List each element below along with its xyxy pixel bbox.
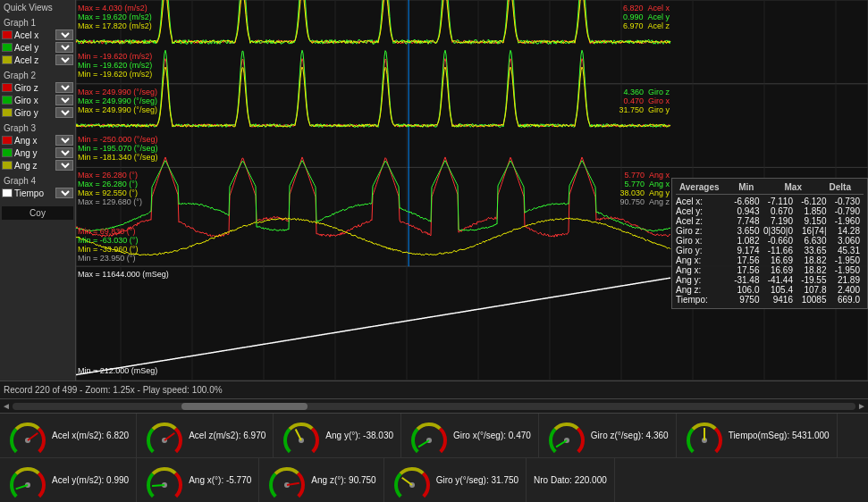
coy-label: Coy [2,206,73,220]
stats-row-max: 33.65 [796,246,830,255]
giro-z-label: Giro z [14,83,54,93]
stats-row-min: 16.69 [763,255,797,265]
gauge-row1: Acel x(m/s2): 6.820 Acel z(m/s2): 6.970 … [0,414,868,458]
scroll-right-icon[interactable]: ► [857,401,866,411]
stats-row-max: 1.850 [796,206,830,216]
chart-area[interactable]: Averages Min Max Delta Acel x: -6.680 -7… [76,0,868,381]
tiempo-row: Tiempo ▼ [2,187,73,199]
stats-row-label: Ang z: [676,285,729,295]
graph4-section: Graph 4 Tiempo ▼ [2,175,73,199]
scroll-track[interactable] [13,403,855,410]
gauge-area: Acel x(m/s2): 6.820 Acel z(m/s2): 6.970 … [0,413,868,502]
stats-row-min: -41.44 [763,275,797,285]
stats-row-label: Giro y: [676,246,729,255]
svg-line-19 [401,477,411,484]
graph3-label: Graph 3 [2,122,73,134]
ang-y-label: Ang y [14,148,54,158]
stats-row-max: -6.120 [796,197,830,206]
stats-row-max: 107.8 [796,285,830,295]
giro-x-color [2,96,13,105]
ang-y-color [2,148,13,157]
gauge-label-row2-4: Nro Dato: 220.000 [534,475,607,485]
stats-data-row: Acel x: -6.680 -7.110 -6.120 -0.730 [676,197,864,206]
giro-y-row: Giro y ▼ [2,106,73,119]
stats-row-label: Giro z: [676,226,729,236]
stats-data-row: Ang x: 17.56 16.69 18.82 -1.950 [676,255,864,265]
tiempo-dropdown[interactable]: ▼ [55,188,73,198]
stats-row-min: 0|350|0 [763,226,797,236]
stats-row-min: 7.190 [763,216,797,226]
stats-row-avg: 1.082 [729,236,763,246]
stats-row-avg: 17.56 [729,255,763,265]
ang-x-row: Ang x ▼ [2,134,73,146]
sidebar: Quick Views Graph 1 Acel x ▼ Acel y ▼ Ac… [0,0,76,381]
svg-line-5 [296,429,301,439]
stats-row-delta: 669.0 [830,295,864,305]
giro-y-color [2,108,13,117]
stats-row-delta: -1.950 [830,255,864,265]
gauge-item-row1-0: Acel x(m/s2): 6.820 [0,414,137,457]
stats-row-delta: 45.31 [830,246,864,255]
ang-z-dropdown[interactable]: ▼ [55,160,73,171]
gauge-svg-row2-2 [266,460,308,501]
stats-col-delta: Delta [817,182,864,195]
scroll-left-icon[interactable]: ◄ [2,401,11,411]
stats-data-row: Ang y: -31.48 -41.44 -19.55 21.89 [676,275,864,285]
stats-row-avg: 7.748 [729,216,763,226]
gauge-item-row2-1: Ang x(°): -5.770 [137,458,259,502]
stats-row-min: 105.4 [763,285,797,295]
tiempo-color [2,188,13,197]
gauge-item-row1-1: Acel z(m/s2): 6.970 [137,414,274,457]
giro-x-dropdown[interactable]: ▼ [55,95,73,105]
gauge-label-row1-0: Acel x(m/s2): 6.820 [52,431,129,440]
stats-row-label: Ang x: [676,265,729,275]
gauge-item-row1-3: Giro x(°/seg): 0.470 [401,414,539,457]
giro-x-row: Giro x ▼ [2,94,73,106]
stats-row-avg: -31.48 [729,275,763,285]
stats-row-max: 10085 [796,295,830,305]
stats-row-delta: 3.060 [830,236,864,246]
acel-z-dropdown[interactable]: ▼ [55,54,73,65]
acel-x-dropdown[interactable]: ▼ [55,29,73,40]
acel-z-row: Acel z ▼ [2,54,73,66]
stats-header: Averages Min Max Delta [676,182,864,197]
acel-y-label: Acel y [14,43,54,53]
giro-y-dropdown[interactable]: ▼ [55,107,73,118]
gauge-item-row1-5: Tiempo(mSeg): 5431.000 [677,414,838,457]
gauge-label-row2-1: Ang x(°): -5.770 [189,475,251,485]
gauge-svg-row1-0 [7,415,48,456]
acel-y-dropdown[interactable]: ▼ [55,42,73,53]
stats-data-row: Acel z: 7.748 7.190 9.150 -1.960 [676,216,864,226]
ang-x-dropdown[interactable]: ▼ [55,135,73,146]
stats-row-delta: -0.790 [830,206,864,216]
scroll-thumb[interactable] [181,403,308,410]
gauge-item-row1-2: Ang y(°): -38.030 [274,414,401,457]
stats-row-delta: -0.730 [830,197,864,206]
scroll-area[interactable]: ◄ ► [0,398,868,413]
gauge-item-row2-2: Ang z(°): 90.750 [259,458,383,502]
giro-z-dropdown[interactable]: ▼ [55,82,73,93]
graph3-section: Graph 3 Ang x ▼ Ang y ▼ Ang z ▼ [2,122,73,172]
stats-row-max: 18.82 [796,265,830,275]
quick-views-section: Quick Views [2,2,73,13]
gauge-svg-row2-0 [7,460,48,501]
stats-row-label: Ang x: [676,255,729,265]
gauge-label-row1-3: Giro x(°/seg): 0.470 [453,431,531,440]
stats-row-max: -19.55 [796,275,830,285]
gauge-svg-row1-2 [281,415,322,456]
acel-y-color [2,43,13,52]
stats-data-row: Giro z: 3.650 0|350|0 16|74| 14.28 [676,226,864,236]
stats-row-label: Ang y: [676,275,729,285]
gauge-label-row1-5: Tiempo(mSeg): 5431.000 [729,431,830,440]
ang-z-label: Ang z [14,161,54,171]
ang-y-dropdown[interactable]: ▼ [55,147,73,158]
stats-col-averages: Averages [676,182,723,195]
main-container: Quick Views Graph 1 Acel x ▼ Acel y ▼ Ac… [0,0,868,502]
acel-z-color [2,55,13,64]
svg-line-1 [28,432,38,439]
giro-z-color [2,83,13,92]
stats-row-delta: -1.960 [830,216,864,226]
acel-x-label: Acel x [14,30,54,40]
giro-z-row: Giro z ▼ [2,81,73,94]
gauge-label-row2-3: Giro y(°/seg): 31.750 [436,475,518,485]
